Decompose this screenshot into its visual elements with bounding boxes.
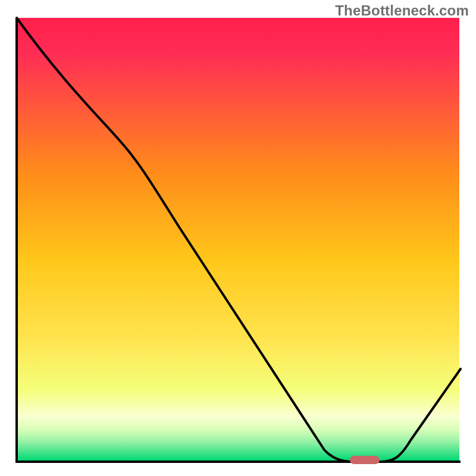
optimal-marker <box>350 456 380 464</box>
bottleneck-chart <box>0 0 476 476</box>
plot-background <box>17 18 459 461</box>
watermark-text: TheBottleneck.com <box>335 2 469 19</box>
chart-container: TheBottleneck.com <box>0 0 476 476</box>
